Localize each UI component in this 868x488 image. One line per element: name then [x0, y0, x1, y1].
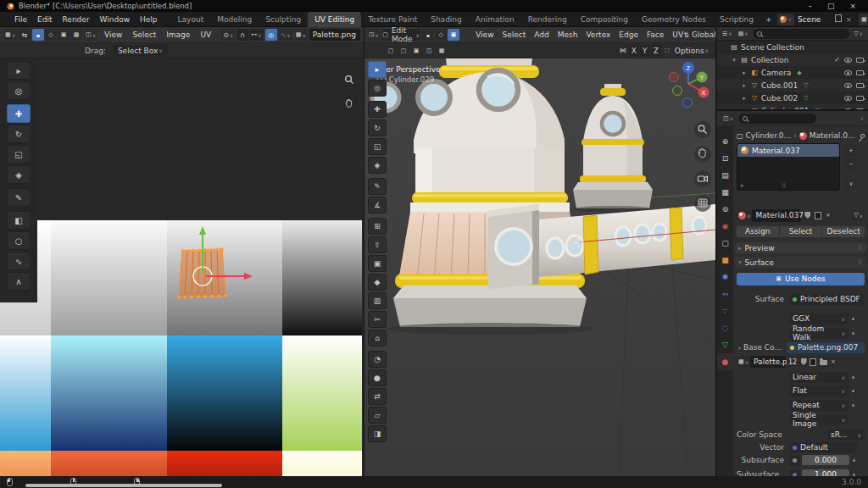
viewport-tool-button[interactable]: ∡: [368, 197, 387, 214]
fallback-tool-button[interactable]: ▢: [385, 45, 397, 57]
properties-tab[interactable]: ■: [717, 252, 733, 269]
outliner-display-mode-button[interactable]: ▤∨: [737, 29, 750, 39]
hide-eye-icon[interactable]: [844, 70, 852, 75]
expand-arrow-icon[interactable]: ▸: [741, 69, 748, 76]
horizontal-scrollbar[interactable]: [25, 484, 222, 487]
subsurface-color-socket[interactable]: [789, 469, 800, 477]
properties-tab[interactable]: ∾: [717, 286, 733, 302]
slot-specials-button[interactable]: ∨: [845, 179, 857, 189]
viewport-tool-button[interactable]: ◔: [368, 351, 387, 368]
distribution-dropdown[interactable]: GGX∨: [789, 313, 849, 324]
copy-material-icon[interactable]: [813, 211, 822, 220]
base-color-link[interactable]: Palette.png.007: [787, 342, 865, 353]
outliner-row[interactable]: ▸ ▽ Cube.001 ▽: [717, 79, 868, 92]
uv-image-name-field[interactable]: Palette.png: [309, 29, 360, 41]
outliner-search-input[interactable]: [753, 29, 849, 39]
minimize-button[interactable]: –: [808, 2, 812, 10]
material-slot-selected[interactable]: Material.037: [737, 144, 839, 157]
new-scene-icon[interactable]: [837, 16, 842, 22]
workspace-tab[interactable]: Rendering: [521, 12, 574, 27]
expand-arrow-icon[interactable]: ▸: [741, 95, 748, 102]
workspace-tab[interactable]: Shading: [424, 12, 469, 27]
uv-select-mode-island[interactable]: ▩: [70, 29, 82, 41]
properties-tab[interactable]: ▤: [717, 167, 733, 184]
hide-eye-icon[interactable]: [844, 83, 852, 88]
slot-list-grip[interactable]: ⠿: [782, 183, 787, 190]
viewport-tool-button[interactable]: ◨: [368, 425, 387, 442]
unlink-material-icon[interactable]: ×: [823, 211, 832, 220]
sss-method-dropdown[interactable]: Random Walk∨: [789, 328, 849, 339]
workspace-tab[interactable]: Geometry Nodes: [635, 12, 713, 27]
uv-proportional-edit-toggle[interactable]: ◎: [265, 29, 277, 41]
viewport-tool-button[interactable]: ⇄: [368, 388, 387, 405]
uv-snap-toggle[interactable]: ∩: [236, 29, 248, 41]
render-visibility-icon[interactable]: [856, 70, 864, 75]
workspace-tab[interactable]: Layout: [171, 12, 211, 27]
subsurface-radius-x-field[interactable]: 1.000: [802, 469, 849, 476]
viewport-tool-button[interactable]: ▱: [368, 407, 387, 424]
fallback-tool-button[interactable]: ▦: [436, 45, 448, 57]
workspace-tab[interactable]: Sculpting: [259, 12, 308, 27]
viewport-editor-type-button[interactable]: ◳∨: [368, 29, 380, 41]
viewport-menu-item[interactable]: Face: [643, 30, 668, 39]
uv-select-mode-vertex[interactable]: ▪: [32, 29, 44, 41]
zoom-icon[interactable]: [342, 72, 357, 87]
outliner-editor-type-button[interactable]: ☰∨: [721, 29, 734, 39]
scene-name-field[interactable]: Scene ×: [794, 14, 855, 25]
viewport-tool-button[interactable]: ◱: [368, 138, 387, 155]
outliner-filter-button[interactable]: ▽∨: [852, 29, 865, 39]
subsurface-socket[interactable]: [789, 455, 800, 466]
mirror-axis-button[interactable]: X: [629, 45, 639, 57]
properties-tab[interactable]: ⊕: [717, 133, 733, 150]
viewport-menu-item[interactable]: Edge: [615, 30, 643, 39]
add-slot-button[interactable]: +: [845, 145, 857, 157]
viewport-menu-item[interactable]: Select: [498, 30, 531, 39]
image-users-count[interactable]: 12: [787, 358, 798, 367]
workspace-tab[interactable]: UV Editing: [308, 12, 361, 27]
outliner-row[interactable]: ▤ Scene Collection: [717, 41, 868, 53]
deselect-button[interactable]: Deselect: [822, 226, 865, 237]
properties-tab[interactable]: ✱: [717, 269, 733, 286]
preview-panel-header[interactable]: ▸Preview⠿: [735, 242, 866, 253]
fallback-tool-button[interactable]: ◫: [423, 45, 435, 57]
outliner-row[interactable]: ▸ ▽ Cylinder.001 ▽: [717, 104, 868, 111]
material-slot-list[interactable]: Material.037 ▸ ⠿: [737, 143, 840, 191]
extension-dropdown[interactable]: Repeat∨: [789, 400, 849, 411]
expand-arrow-icon[interactable]: ▸: [741, 82, 748, 89]
mode-dropdown[interactable]: ▢Edit Mode∨: [381, 29, 420, 41]
viewport-tool-button[interactable]: ⇧: [368, 236, 387, 253]
properties-tab[interactable]: ▽: [717, 336, 733, 353]
outliner-row[interactable]: ▸ ◧ Camera ◆: [717, 66, 868, 79]
workspace-tab[interactable]: Animation: [469, 12, 521, 27]
pan-hand-icon[interactable]: [342, 96, 357, 111]
viewport-menu-item[interactable]: Vertex: [581, 30, 615, 39]
snap-target-icon[interactable]: ⛶: [661, 45, 673, 57]
unlink-scene-icon[interactable]: ×: [845, 15, 852, 24]
transform-orientation-dropdown[interactable]: ⇅Global: [689, 29, 712, 41]
unlink-image-icon[interactable]: ×: [829, 358, 837, 367]
menu-item[interactable]: Render: [58, 15, 95, 24]
assign-button[interactable]: Assign: [737, 226, 779, 237]
surface-shader-dropdown[interactable]: Principled BSDF: [789, 294, 864, 305]
uv-tool-button[interactable]: ○: [7, 231, 31, 250]
uv-sticky-mode-button[interactable]: ◫∨: [84, 29, 97, 41]
uv-sync-selection-toggle[interactable]: ⇆: [19, 29, 31, 41]
image-copy-icon[interactable]: [809, 358, 817, 367]
hide-eye-icon[interactable]: [844, 96, 852, 101]
viewport-tool-button[interactable]: ▥: [368, 292, 387, 309]
collection-checkbox-icon[interactable]: ✓: [834, 56, 840, 64]
properties-search-input[interactable]: [738, 114, 816, 124]
pin-icon[interactable]: [860, 132, 865, 138]
render-visibility-icon[interactable]: [856, 58, 864, 63]
use-nodes-button[interactable]: ▣ Use Nodes: [737, 273, 865, 286]
projection-dropdown[interactable]: Flat∨: [789, 385, 849, 396]
open-image-folder-icon[interactable]: [818, 358, 828, 367]
viewport-menu-item[interactable]: Add: [530, 30, 553, 39]
viewport-tool-button[interactable]: ▣: [368, 255, 387, 272]
properties-tab[interactable]: ▢: [717, 235, 733, 252]
maximize-button[interactable]: □: [827, 2, 835, 10]
properties-tab[interactable]: ◌: [717, 319, 733, 336]
viewport-tool-button[interactable]: ✎: [368, 178, 387, 195]
uv-tool-button[interactable]: ◈: [7, 165, 31, 184]
uv-menu-item[interactable]: Select: [127, 30, 161, 39]
